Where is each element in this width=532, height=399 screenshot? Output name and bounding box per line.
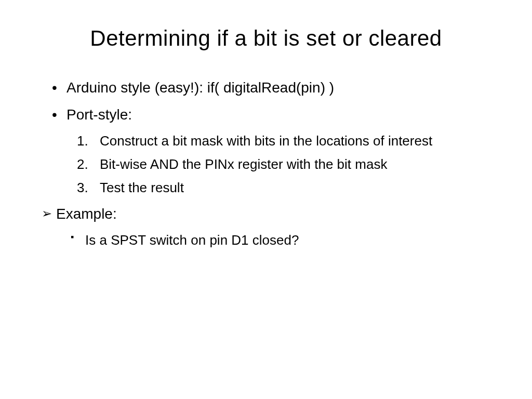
numbered-text: Construct a bit mask with bits in the lo…	[100, 133, 432, 149]
numbered-text: Bit-wise AND the PINx register with the …	[100, 156, 387, 172]
bullet-item: Arduino style (easy!): if( digitalRead(p…	[52, 77, 490, 99]
arrow-text: Example:	[56, 206, 117, 222]
numbered-item: Bit-wise AND the PINx register with the …	[77, 154, 490, 175]
square-text: Is a SPST switch on pin D1 closed?	[85, 232, 299, 248]
bullet-list: Arduino style (easy!): if( digitalRead(p…	[42, 77, 490, 198]
numbered-text: Test the result	[100, 180, 184, 195]
square-item: Is a SPST switch on pin D1 closed?	[71, 230, 490, 250]
arrow-item: Example: Is a SPST switch on pin D1 clos…	[42, 203, 490, 250]
bullet-item: Port-style: Construct a bit mask with bi…	[52, 104, 490, 198]
slide-title: Determining if a bit is set or cleared	[42, 26, 490, 51]
bullet-text: Port-style:	[66, 107, 132, 123]
numbered-item: Construct a bit mask with bits in the lo…	[77, 131, 490, 151]
bullet-text: Arduino style (easy!): if( digitalRead(p…	[66, 79, 334, 96]
numbered-list: Construct a bit mask with bits in the lo…	[66, 131, 490, 198]
arrow-list: Example: Is a SPST switch on pin D1 clos…	[42, 203, 490, 250]
numbered-item: Test the result	[77, 178, 490, 198]
square-list: Is a SPST switch on pin D1 closed?	[56, 230, 490, 250]
slide-content: Arduino style (easy!): if( digitalRead(p…	[42, 77, 490, 250]
